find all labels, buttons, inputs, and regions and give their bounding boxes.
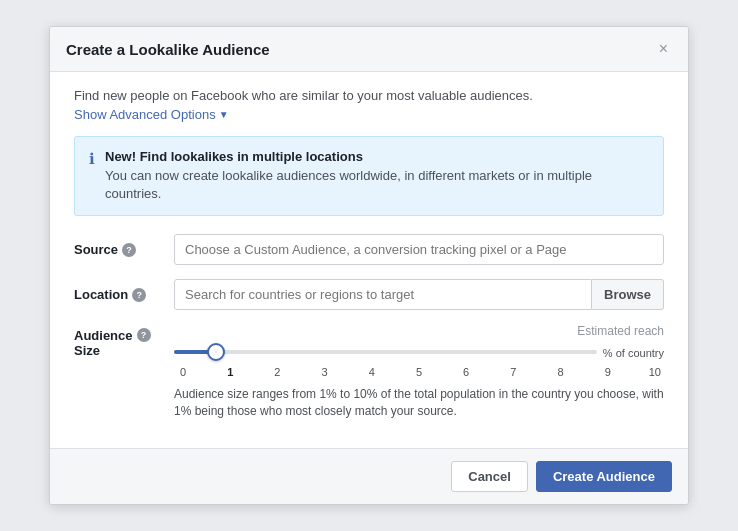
cancel-button[interactable]: Cancel (451, 461, 528, 492)
audience-controls: Estimated reach % of country (174, 324, 664, 378)
scale-9: 9 (599, 366, 617, 378)
create-audience-button[interactable]: Create Audience (536, 461, 672, 492)
info-box-content: New! Find lookalikes in multiple locatio… (105, 149, 649, 203)
modal-header: Create a Lookalike Audience × (50, 27, 688, 72)
estimated-reach-label: Estimated reach (174, 324, 664, 338)
scale-0: 0 (174, 366, 192, 378)
lookalike-audience-modal: Create a Lookalike Audience × Find new p… (49, 26, 689, 505)
slider-container: % of country (174, 342, 664, 362)
advanced-options-link[interactable]: Show Advanced Options ▼ (74, 107, 229, 122)
location-row: Location ? Browse (74, 279, 664, 310)
info-box-text: You can now create lookalike audiences w… (105, 167, 649, 203)
info-box: ℹ New! Find lookalikes in multiple locat… (74, 136, 664, 216)
scale-5: 5 (410, 366, 428, 378)
slider-wrapper (174, 342, 597, 362)
scale-4: 4 (363, 366, 381, 378)
source-input[interactable] (174, 234, 664, 265)
source-label: Source ? (74, 242, 174, 257)
scale-2: 2 (268, 366, 286, 378)
scale-row-wrapper: 0 1 2 3 4 5 6 7 8 9 (174, 362, 664, 378)
location-input[interactable] (174, 279, 592, 310)
scale-1: 1 (221, 366, 239, 378)
browse-button[interactable]: Browse (592, 279, 664, 310)
scale-10: 10 (646, 366, 664, 378)
modal-body: Find new people on Facebook who are simi… (50, 72, 688, 448)
chevron-down-icon: ▼ (219, 109, 229, 120)
scale-7: 7 (504, 366, 522, 378)
scale-row: 0 1 2 3 4 5 6 7 8 9 (174, 366, 664, 378)
info-icon: ℹ (89, 150, 95, 203)
modal-footer: Cancel Create Audience (50, 448, 688, 504)
scale-8: 8 (552, 366, 570, 378)
location-help-icon[interactable]: ? (132, 288, 146, 302)
audience-size-label: Audience Size ? (74, 324, 174, 358)
modal-title: Create a Lookalike Audience (66, 41, 270, 58)
scale-6: 6 (457, 366, 475, 378)
advanced-options-label: Show Advanced Options (74, 107, 216, 122)
audience-size-help-icon[interactable]: ? (137, 328, 151, 342)
subtitle: Find new people on Facebook who are simi… (74, 88, 664, 103)
info-box-title: New! Find lookalikes in multiple locatio… (105, 149, 649, 164)
location-wrapper: Browse (174, 279, 664, 310)
close-button[interactable]: × (655, 39, 672, 59)
source-row: Source ? (74, 234, 664, 265)
location-label: Location ? (74, 287, 174, 302)
scale-3: 3 (316, 366, 334, 378)
percent-label: % of country (603, 345, 664, 359)
audience-size-section: Audience Size ? Estimated reach (74, 324, 664, 420)
audience-size-help-text: Audience size ranges from 1% to 10% of t… (74, 386, 664, 420)
source-help-icon[interactable]: ? (122, 243, 136, 257)
audience-row: Audience Size ? Estimated reach (74, 324, 664, 378)
